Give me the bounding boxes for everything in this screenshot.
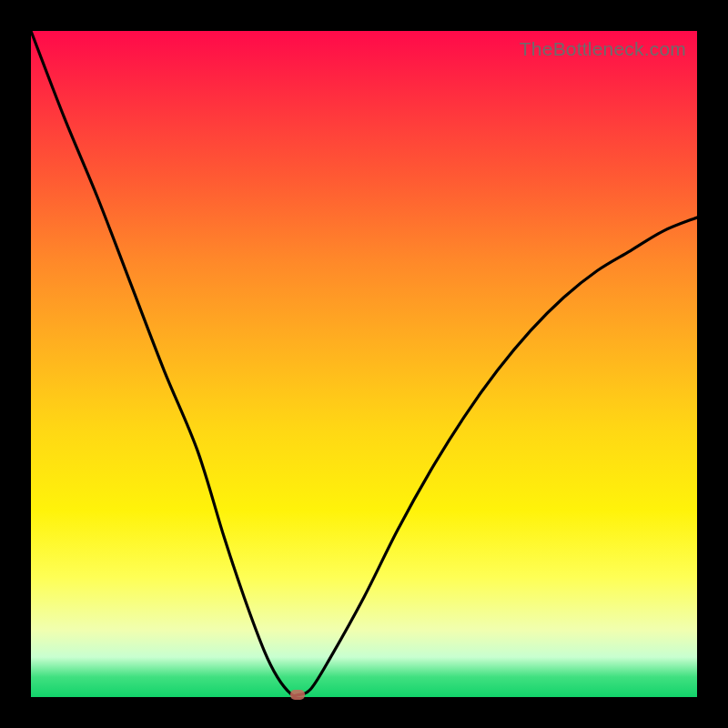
plot-area: TheBottleneck.com — [31, 31, 697, 697]
curve-svg — [31, 31, 697, 697]
chart-frame: TheBottleneck.com — [0, 0, 728, 728]
bottleneck-curve — [31, 31, 697, 696]
min-marker — [290, 690, 305, 700]
